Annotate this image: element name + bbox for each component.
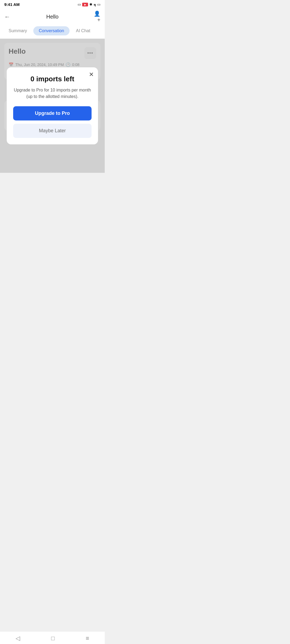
tab-summary[interactable]: Summary (3, 26, 32, 35)
modal: ✕ 0 imports left Upgrade to Pro for 10 i… (7, 67, 98, 144)
modal-title: 0 imports left (13, 75, 92, 83)
modal-overlay: ✕ 0 imports left Upgrade to Pro for 10 i… (0, 39, 105, 173)
page-title: Hello (46, 14, 59, 20)
modal-body: Upgrade to Pro for 10 imports per month … (13, 87, 92, 100)
modal-close-button[interactable]: ✕ (89, 72, 94, 78)
back-button[interactable]: ← (4, 13, 14, 20)
maybe-later-button[interactable]: Maybe Later (13, 124, 92, 138)
app-header: ← Hello 👤+ (0, 8, 105, 26)
tabs-bar: Summary Conversation AI Chat (0, 26, 105, 39)
camera-icon: ▭ (78, 2, 81, 6)
status-bar: 9:41 AM ▭ ▶ ✱ 𝛈 ▭ (0, 0, 105, 8)
status-time: 9:41 AM (4, 2, 20, 7)
upgrade-to-pro-button[interactable]: Upgrade to Pro (13, 106, 92, 120)
video-record-icon: ▶ (82, 3, 88, 6)
bluetooth-icon: ✱ (89, 2, 92, 6)
wifi-icon: 𝛈 (94, 2, 96, 7)
page-content: Hello ••• 📅 Thu, Jun 20, 2024, 10:49 PM … (0, 39, 105, 173)
battery-icon: ▭ (97, 2, 100, 6)
status-icons: ▭ ▶ ✱ 𝛈 ▭ (78, 2, 100, 7)
tab-ai-chat[interactable]: AI Chat (71, 26, 96, 35)
tab-conversation[interactable]: Conversation (33, 26, 69, 35)
add-person-button[interactable]: 👤+ (91, 10, 100, 23)
